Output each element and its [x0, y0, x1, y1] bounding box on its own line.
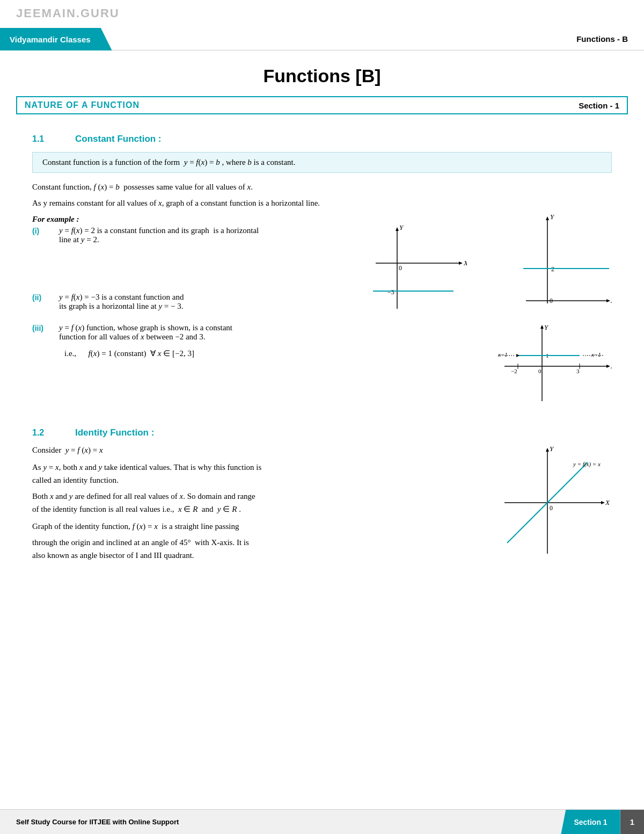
subsection-1-2-num: 1.2 [32, 428, 59, 438]
svg-marker-43 [546, 448, 549, 452]
svg-marker-21 [606, 365, 610, 368]
example-i-text: y = f(x) = 2 is a constant function and … [59, 226, 343, 244]
svg-marker-14 [396, 227, 399, 231]
section-header-left: NATURE OF A FUNCTION [25, 100, 140, 110]
footer-right: Section 1 1 [561, 810, 644, 834]
main-title: Functions [B] [0, 66, 644, 86]
svg-text:x−1: x−1 [591, 351, 601, 358]
footer-section: Section 1 [561, 810, 620, 834]
content: 1.1 Constant Function : Constant functio… [0, 134, 644, 565]
header-brand: Vidyamandir Classes [0, 28, 112, 50]
header-bar: Vidyamandir Classes Functions - B [0, 28, 644, 50]
footer-left: Self Study Course for IITJEE with Online… [0, 818, 561, 826]
svg-text:0: 0 [550, 297, 553, 304]
footer: Self Study Course for IITJEE with Online… [0, 809, 644, 834]
graph-identity-svg: X Y 0 y = f(x) = x [488, 444, 612, 562]
svg-text:Y: Y [550, 445, 554, 453]
svg-text:X: X [605, 498, 610, 506]
svg-text:X: X [610, 362, 612, 370]
section-header-right: Section - 1 [579, 101, 619, 110]
example-iii-label: (iii) [32, 323, 59, 332]
subsection-1-1-num: 1.1 [32, 134, 59, 144]
svg-text:Y: Y [550, 213, 555, 221]
examples-section: X Y 2 0 X Y [32, 215, 612, 319]
section-header: NATURE OF A FUNCTION Section - 1 [16, 96, 628, 114]
example-i-label: (i) [32, 226, 59, 235]
example-iii-text: y = f (x) function, whose graph is shown… [59, 323, 467, 342]
graph-iii-svg: X Y 1 0 −2 3 x−1 x−1 [478, 323, 612, 409]
para-constant-1: Constant function, f (x) = b possesses s… [32, 180, 612, 193]
svg-text:3: 3 [576, 368, 580, 374]
svg-text:0: 0 [399, 264, 402, 272]
svg-text:−2: −2 [511, 368, 517, 374]
example-iii-section: X Y 1 0 −2 3 x−1 x−1 [32, 323, 612, 411]
svg-text:X: X [610, 296, 612, 304]
example-ii-label: (ii) [32, 293, 59, 302]
graph-i-svg: X Y 2 0 [483, 209, 612, 311]
svg-marker-11 [459, 262, 463, 265]
graph-i-container: X Y 2 0 [483, 209, 612, 314]
svg-marker-4 [546, 216, 549, 220]
example-ii: (ii) y = f(x) = −3 is a constant functio… [32, 293, 343, 311]
svg-text:X: X [463, 259, 467, 267]
identity-section: X Y 0 y = f(x) = x Consider y = f (x) = … [32, 444, 612, 565]
subsection-1-2-title: 1.2 Identity Function : [32, 427, 612, 438]
svg-marker-1 [606, 299, 610, 302]
example-ii-text: y = f(x) = −3 is a constant function and… [59, 293, 343, 311]
graph-iii-container: X Y 1 0 −2 3 x−1 x−1 [478, 323, 612, 411]
svg-text:0: 0 [538, 368, 541, 374]
watermark: JEEMAIN.GURU [16, 6, 120, 20]
svg-marker-24 [540, 325, 544, 329]
svg-text:0: 0 [550, 504, 553, 512]
svg-text:Y: Y [544, 323, 549, 331]
graph-identity-container: X Y 0 y = f(x) = x [488, 444, 612, 564]
svg-text:Y: Y [399, 223, 404, 231]
header-title: Functions - B [112, 28, 644, 50]
footer-page: 1 [620, 810, 644, 834]
svg-marker-40 [601, 501, 605, 504]
subsection-1-2-name: Identity Function : [75, 427, 154, 438]
graph-ii-container: X Y 0 −3 [360, 220, 467, 319]
graph-ii-svg: X Y 0 −3 [360, 220, 467, 317]
para-constant-2: As y remains constant for all values of … [32, 197, 612, 209]
example-i: (i) y = f(x) = 2 is a constant function … [32, 226, 343, 244]
svg-text:−3: −3 [387, 288, 394, 296]
svg-text:y = f(x) = x: y = f(x) = x [573, 461, 601, 468]
subsection-1-1-title: 1.1 Constant Function : [32, 134, 612, 144]
subsection-1-1-name: Constant Function : [75, 134, 162, 144]
example-iii: (iii) y = f (x) function, whose graph is… [32, 323, 467, 342]
info-box-constant: Constant function is a function of the f… [32, 152, 612, 173]
svg-marker-37 [516, 354, 519, 357]
svg-text:x−1: x−1 [497, 351, 508, 358]
